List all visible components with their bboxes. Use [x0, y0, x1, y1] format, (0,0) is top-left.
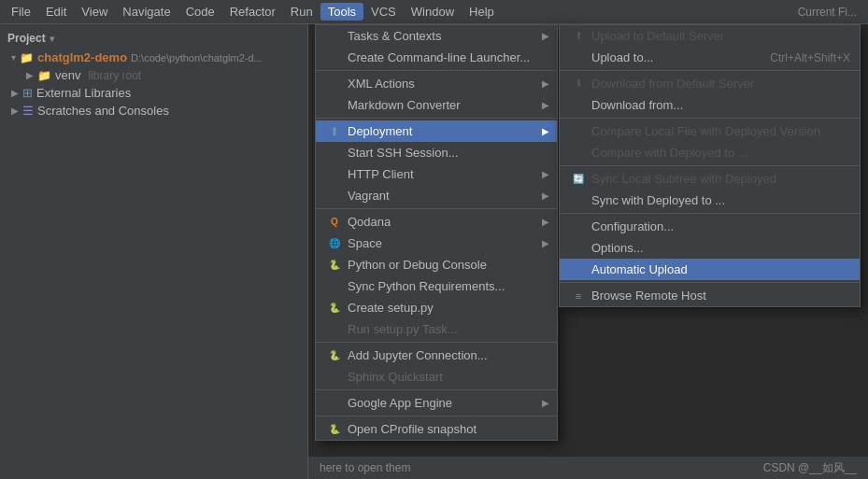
qodana-icon: Q [327, 217, 342, 227]
menu-space[interactable]: 🌐 Space ▶ [316, 232, 557, 254]
configuration-label: Configuration... [591, 219, 674, 233]
tree-item-scratches[interactable]: ▶ ☰ Scratches and Consoles [0, 102, 307, 120]
sub-separator-4 [560, 213, 860, 214]
cprofile-label: Open CProfile snapshot [348, 422, 477, 436]
scratches-label: Scratches and Consoles [37, 104, 169, 118]
menu-vcs[interactable]: VCS [363, 3, 404, 21]
menu-qodana[interactable]: Q Qodana ▶ [316, 211, 557, 232]
project-path-label: D:\code\python\chatglm2-d... [131, 52, 263, 63]
menu-tasks-contexts[interactable]: Tasks & Contexts ▶ [316, 25, 557, 47]
sync-req-label: Sync Python Requirements... [348, 279, 505, 293]
markdown-submenu-arrow-icon: ▶ [542, 100, 549, 110]
menu-create-setup[interactable]: 🐍 Create setup.py [316, 297, 557, 318]
venv-folder-icon: 📁 [37, 69, 51, 82]
menu-python-debug-console[interactable]: 🐍 Python or Debug Console [316, 254, 557, 275]
separator-1 [316, 70, 557, 71]
menu-run-setup-task: Run setup.py Task... [316, 318, 557, 340]
menu-window[interactable]: Window [404, 3, 462, 21]
menu-add-jupyter[interactable]: 🐍 Add Jupyter Connection... [316, 345, 557, 366]
menu-navigate[interactable]: Navigate [115, 3, 178, 21]
tasks-submenu-arrow-icon: ▶ [542, 31, 549, 41]
menu-deployment[interactable]: ⬆ Deployment ▶ [316, 120, 557, 142]
sub-separator-3 [560, 165, 860, 166]
sub-menu-compare-local: Compare Local File with Deployed Version [560, 120, 860, 142]
deployment-submenu: ⬆ Upload to Default Server Upload to... … [559, 24, 861, 307]
venv-sublabel: library root [88, 69, 141, 82]
space-icon: 🌐 [327, 238, 342, 248]
sub-menu-upload-to[interactable]: Upload to... Ctrl+Alt+Shift+X [560, 47, 860, 68]
cprofile-icon: 🐍 [327, 424, 342, 434]
gae-label: Google App Engine [348, 396, 452, 410]
menu-code[interactable]: Code [178, 3, 222, 21]
upload-default-label: Upload to Default Server [591, 29, 724, 43]
deployment-submenu-arrow-icon: ▶ [542, 126, 549, 136]
project-sidebar: Project ▾ ▾ 📁 chatglm2-demo D:\code\pyth… [0, 24, 308, 479]
menu-markdown-converter[interactable]: Markdown Converter ▶ [316, 94, 557, 116]
status-bar: here to open them CSDN @__如风__ [308, 457, 868, 479]
menu-refactor[interactable]: Refactor [222, 3, 283, 21]
external-libraries-label: External Libraries [36, 86, 131, 100]
menu-start-ssh[interactable]: Start SSH Session... [316, 142, 557, 163]
separator-4 [316, 342, 557, 343]
menu-edit[interactable]: Edit [38, 3, 74, 21]
space-label: Space [348, 236, 382, 250]
menu-xml-actions[interactable]: XML Actions ▶ [316, 73, 557, 94]
sub-menu-compare-deployed: Compare with Deployed to ... [560, 142, 860, 163]
jupyter-icon: 🐍 [327, 350, 342, 360]
sub-menu-sync-subtree: 🔄 Sync Local Subtree with Deployed [560, 168, 860, 190]
xml-submenu-arrow-icon: ▶ [542, 78, 549, 89]
sphinx-label: Sphinx Quickstart [348, 370, 443, 384]
run-setup-label: Run setup.py Task... [348, 322, 458, 336]
menu-sync-python-requirements[interactable]: Sync Python Requirements... [316, 275, 557, 297]
compare-local-label: Compare Local File with Deployed Version [591, 124, 820, 138]
create-setup-icon: 🐍 [327, 303, 342, 313]
project-panel-title: Project ▾ [0, 28, 307, 49]
menu-run[interactable]: Run [283, 3, 320, 21]
separator-6 [316, 416, 557, 416]
upload-to-label: Upload to... [591, 50, 654, 64]
download-from-label: Download from... [591, 98, 683, 112]
browse-remote-label: Browse Remote Host [591, 289, 706, 303]
sub-separator-5 [560, 282, 860, 283]
sub-menu-automatic-upload[interactable]: Automatic Upload [560, 259, 860, 280]
sub-menu-download-from[interactable]: Download from... [560, 94, 860, 116]
menu-tools[interactable]: Tools [320, 3, 363, 21]
menubar-right-text: Current Fi... [798, 6, 864, 19]
menu-view[interactable]: View [74, 3, 115, 21]
sub-menu-browse-remote[interactable]: ≡ Browse Remote Host [560, 285, 860, 306]
qodana-label: Qodana [348, 215, 391, 229]
http-submenu-arrow-icon: ▶ [542, 169, 549, 179]
sub-menu-configuration[interactable]: Configuration... [560, 216, 860, 237]
menu-create-launcher[interactable]: Create Command-line Launcher... [316, 47, 557, 68]
menubar: File Edit View Navigate Code Refactor Ru… [0, 0, 868, 24]
separator-3 [316, 208, 557, 209]
sub-menu-download-default: ⬇ Download from Default Server [560, 73, 860, 94]
menu-file[interactable]: File [4, 3, 38, 21]
menu-help[interactable]: Help [462, 3, 502, 21]
compare-deployed-label: Compare with Deployed to ... [591, 146, 748, 160]
menu-http-client[interactable]: HTTP Client ▶ [316, 163, 557, 185]
menu-google-app-engine[interactable]: Google App Engine ▶ [316, 392, 557, 414]
sub-separator-1 [560, 70, 860, 71]
menu-open-cprofile[interactable]: 🐍 Open CProfile snapshot [316, 418, 557, 440]
create-setup-label: Create setup.py [348, 301, 434, 315]
sub-menu-sync-with-deployed[interactable]: Sync with Deployed to ... [560, 190, 860, 211]
tree-item-external-libraries[interactable]: ▶ ⊞ External Libraries [0, 84, 307, 102]
status-right: CSDN @__如风__ [763, 460, 857, 476]
venv-label: venv [55, 68, 80, 82]
python-console-label: Python or Debug Console [348, 258, 487, 272]
tasks-label: Tasks & Contexts [348, 29, 441, 43]
auto-upload-label: Automatic Upload [591, 262, 688, 276]
tree-item-chatglm2-demo[interactable]: ▾ 📁 chatglm2-demo D:\code\python\chatglm… [0, 49, 307, 66]
project-name-label: chatglm2-demo [37, 50, 127, 64]
space-submenu-arrow-icon: ▶ [542, 238, 549, 248]
launcher-label: Create Command-line Launcher... [348, 50, 530, 64]
menu-vagrant[interactable]: Vagrant ▶ [316, 185, 557, 206]
tree-item-venv[interactable]: ▶ 📁 venv library root [0, 66, 307, 84]
project-title-label: Project [7, 32, 46, 45]
sub-menu-options[interactable]: Options... [560, 237, 860, 259]
options-label: Options... [591, 241, 644, 255]
browse-remote-icon: ≡ [571, 290, 586, 302]
deployment-icon: ⬆ [327, 125, 342, 138]
lib-icon: ⊞ [22, 86, 33, 100]
